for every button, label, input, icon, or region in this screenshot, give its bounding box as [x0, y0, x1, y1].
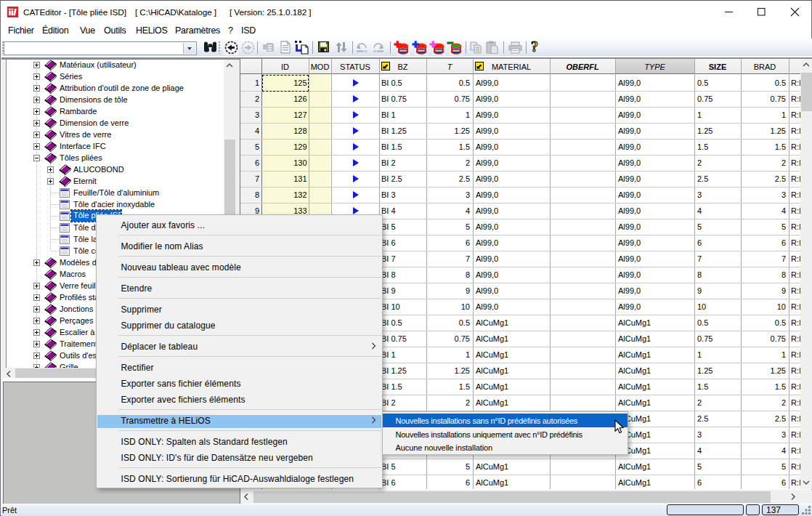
- svg-text:?: ?: [531, 40, 538, 55]
